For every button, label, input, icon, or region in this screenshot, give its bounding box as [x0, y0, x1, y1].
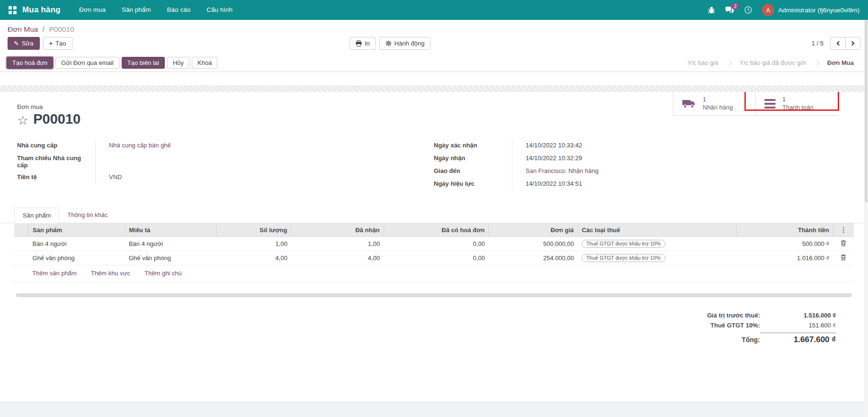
field-effective-date: Ngày hiệu lực 14/10/2022 10:34:51 [434, 178, 713, 190]
print-button[interactable]: In [349, 37, 376, 50]
add-section-link[interactable]: Thêm khu vực [91, 270, 130, 277]
apps-menu-icon[interactable] [9, 6, 17, 14]
avatar: A [762, 4, 774, 16]
table-row[interactable]: Ghế văn phòng Ghế văn phòng 4,00 4,00 0,… [14, 251, 854, 265]
table-row[interactable]: Bàn 4 người Bàn 4 người 1,00 1,00 0,00 5… [14, 237, 854, 251]
field-receipt-date: Ngày nhận 14/10/2022 10:32:29 [434, 152, 713, 165]
cell-description: Ghế văn phòng [125, 251, 216, 265]
notebook-tabs: Sản phẩm Thông tin khác [0, 208, 868, 223]
pager-value: 1 / 5 [812, 40, 823, 47]
add-note-link[interactable]: Thêm ghi chú [144, 270, 182, 277]
effective-date-value: 14/10/2022 10:34:51 [512, 178, 713, 190]
receipt-date-value: 14/10/2022 10:32:29 [512, 152, 713, 165]
receipts-smart-button[interactable]: 1 Nhận hàng [673, 92, 755, 116]
user-name: Administrator (fj6nyue0vi9m) [778, 7, 859, 14]
step-rfq[interactable]: Y/c báo giá [680, 58, 726, 67]
nav-item-bao-cao[interactable]: Báo cáo [159, 0, 199, 20]
favorite-star-icon[interactable]: ☆ [17, 114, 28, 127]
row-handle [14, 251, 29, 265]
activities-clock-icon[interactable] [744, 6, 752, 14]
table-horizontal-scrollbar[interactable] [16, 293, 852, 297]
vendor-link[interactable]: Nhà cung cấp bàn ghế [95, 139, 320, 152]
delete-row-trash-icon[interactable] [841, 254, 846, 261]
page-bottom-background [0, 402, 868, 417]
payments-count: 1 [782, 96, 814, 104]
create-invoice-button[interactable]: Tạo hoá đơn [7, 57, 53, 69]
cell-quantity: 4,00 [216, 251, 291, 265]
cell-billed: 0,00 [384, 237, 489, 251]
row-handle [14, 237, 29, 251]
messages-icon[interactable]: 2 [725, 6, 734, 14]
app-name[interactable]: Mua hàng [22, 5, 61, 15]
breadcrumb: Đơn Mua / P00010 [0, 20, 868, 35]
receipts-label: Nhận hàng [703, 104, 733, 112]
totals-block: Giá trị trước thuế: 1.516.000 ₫ Thuế GTG… [637, 310, 836, 346]
total-amount-value: 1.667.600 ₫ [760, 333, 836, 344]
header-product[interactable]: Sản phẩm [29, 223, 125, 237]
field-currency: Tiền tệ VND [17, 171, 320, 184]
cell-received: 1,00 [291, 237, 384, 251]
add-product-link[interactable]: Thêm sản phẩm [32, 270, 77, 277]
header-description[interactable]: Miêu tả [125, 223, 216, 237]
step-chevron-icon [726, 60, 732, 66]
debug-bug-icon[interactable] [707, 6, 716, 14]
nav-item-san-pham[interactable]: Sản phẩm [114, 0, 159, 20]
action-button[interactable]: Hành động [379, 37, 431, 50]
user-menu[interactable]: A Administrator (fj6nyue0vi9m) [762, 4, 859, 16]
step-purchase-order[interactable]: Đơn Mua [820, 58, 861, 67]
edit-button[interactable]: ✎ Sửa [8, 37, 40, 50]
create-button[interactable]: + Tạo [43, 37, 72, 50]
messages-badge: 2 [732, 3, 739, 10]
nav-item-cau-hinh[interactable]: Cấu hình [198, 0, 241, 20]
field-confirm-date: Ngày xác nhận 14/10/2022 10:33:42 [434, 139, 713, 152]
payments-smart-button[interactable]: 1 Thanh toán [755, 92, 838, 116]
chevron-right-icon [850, 41, 855, 46]
cell-subtotal: 500.000 ₫ [737, 237, 833, 251]
nav-item-don-mua[interactable]: Đơn mua [71, 0, 114, 20]
untaxed-amount-row: Giá trị trước thuế: 1.516.000 ₫ [637, 310, 836, 320]
field-vendor: Nhà cung cấp Nhà cung cấp bàn ghế [17, 139, 320, 152]
statusbar: Tạo hoá đơn Gửi Đơn qua email Tạo biên l… [0, 54, 868, 72]
header-received[interactable]: Đã nhận [291, 223, 384, 237]
cell-unit-price: 500.000,00 [489, 237, 578, 251]
tab-other-info[interactable]: Thông tin khác [59, 208, 116, 223]
plus-icon: + [49, 40, 53, 47]
delete-row-trash-icon[interactable] [841, 240, 846, 246]
lock-button[interactable]: Khoá [192, 57, 217, 69]
header-subtotal[interactable]: Thành tiền [737, 223, 833, 237]
field-deliver-to: Giao đến San Francisco: Nhận hàng [434, 165, 713, 178]
optional-columns-icon[interactable]: ⋮ [833, 223, 854, 237]
record-title: P00010 [33, 111, 81, 127]
header-unit-price[interactable]: Đơn giá [489, 223, 578, 237]
cell-billed: 0,00 [384, 251, 489, 265]
breadcrumb-parent[interactable]: Đơn Mua [8, 25, 38, 33]
step-rfq-sent[interactable]: Y/c báo giá đã được gửi [732, 58, 814, 67]
tax-tag: Thuế GTGT được khấu trừ 10% [582, 240, 665, 248]
spacer [0, 72, 868, 85]
header-taxes[interactable]: Các loại thuế [578, 223, 737, 237]
cell-unit-price: 254.000,00 [489, 251, 578, 265]
confirm-date-value: 14/10/2022 10:33:42 [512, 139, 713, 152]
pager-previous-button[interactable] [830, 37, 845, 50]
form-sheet: 1 Nhận hàng 1 Thanh toán Đơn mua ☆ P0001… [0, 92, 868, 402]
field-vendor-reference: Tham chiếu Nhà cung cấp [17, 152, 320, 171]
currency-link[interactable]: VND [95, 171, 320, 184]
cancel-button[interactable]: Hủy [167, 57, 189, 69]
page-scrollbar[interactable] [864, 20, 868, 417]
smart-button-box: 1 Nhận hàng 1 Thanh toán [673, 92, 838, 116]
tab-products[interactable]: Sản phẩm [14, 208, 59, 223]
field-groups: Nhà cung cấp Nhà cung cấp bàn ghế Tham c… [17, 139, 851, 190]
header-billed[interactable]: Đã có hoá đơn [384, 223, 489, 237]
status-steps: Y/c báo giá Y/c báo giá đã được gửi Đơn … [680, 58, 861, 67]
bars-icon [764, 99, 776, 109]
header-quantity[interactable]: Số lượng [216, 223, 291, 237]
top-navbar: Mua hàng Đơn mua Sản phẩm Báo cáo Cấu hì… [0, 0, 868, 20]
pager-next-button[interactable] [845, 37, 860, 50]
deliver-to-link[interactable]: San Francisco: Nhận hàng [512, 165, 713, 178]
cell-quantity: 1,00 [216, 237, 291, 251]
sheet-background-texture [0, 85, 868, 92]
create-receipt-button[interactable]: Tạo biên lai [122, 57, 165, 69]
cell-received: 4,00 [291, 251, 384, 265]
send-by-email-button[interactable]: Gửi Đơn qua email [55, 57, 119, 69]
pencil-icon: ✎ [14, 40, 19, 47]
